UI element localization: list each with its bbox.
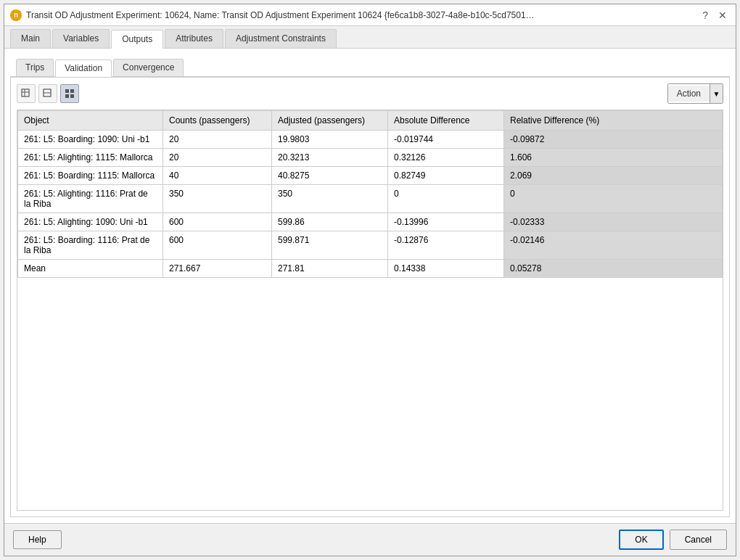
- title-buttons: ? ✕: [699, 8, 730, 22]
- window-title: Transit OD Adjustment Experiment: 10624,…: [26, 10, 695, 20]
- table-cell: 0: [504, 185, 723, 213]
- main-tabs: Main Variables Outputs Attributes Adjust…: [4, 26, 736, 49]
- view-btn[interactable]: [38, 84, 57, 103]
- tab-adjustment-constraints[interactable]: Adjustment Constraints: [225, 29, 337, 48]
- col-header-adjusted: Adjusted (passengers): [272, 111, 388, 131]
- table-row: 261: L5: Alighting: 1090: Uni -b1600599.…: [18, 213, 723, 231]
- table-cell: 20: [163, 131, 272, 149]
- table-cell: -0.09872: [504, 131, 723, 149]
- svg-rect-6: [70, 89, 74, 93]
- col-header-counts: Counts (passengers): [163, 111, 272, 131]
- table-cell: 261: L5: Boarding: 1115: Mallorca: [18, 167, 163, 185]
- svg-rect-5: [65, 89, 69, 93]
- sub-tab-trips[interactable]: Trips: [16, 59, 54, 76]
- col-header-absolute: Absolute Difference: [388, 111, 504, 131]
- table-cell: 0.82749: [388, 167, 504, 185]
- table-cell: 271.667: [163, 260, 272, 278]
- sub-tab-convergence[interactable]: Convergence: [113, 59, 184, 76]
- table-cell: 40: [163, 167, 272, 185]
- tab-variables[interactable]: Variables: [52, 29, 110, 48]
- bottom-bar: Help OK Cancel: [4, 523, 736, 556]
- table-cell: 261: L5: Alighting: 1116: Prat de la Rib…: [18, 185, 163, 213]
- action-dropdown-btn[interactable]: ▼: [710, 84, 723, 103]
- bottom-right-buttons: OK Cancel: [619, 530, 727, 550]
- svg-rect-8: [70, 94, 74, 98]
- action-button[interactable]: Action: [668, 86, 710, 102]
- content-area: Trips Validation Convergence: [4, 49, 736, 523]
- table-cell: 599.871: [272, 231, 388, 260]
- mean-row: Mean271.667271.810.143380.05278: [18, 260, 723, 278]
- toolbar: Action ▼: [17, 83, 723, 104]
- table-cell: 271.81: [272, 260, 388, 278]
- validation-table: Object Counts (passengers) Adjusted (pas…: [17, 110, 723, 278]
- table-row: 261: L5: Boarding: 1115: Mallorca4040.82…: [18, 167, 723, 185]
- table-cell: Mean: [18, 260, 163, 278]
- tab-outputs[interactable]: Outputs: [111, 30, 163, 49]
- table-cell: 0: [388, 185, 504, 213]
- col-header-relative: Relative Difference (%): [504, 111, 723, 131]
- table-cell: 19.9803: [272, 131, 388, 149]
- table-cell: 0.05278: [504, 260, 723, 278]
- table-row: 261: L5: Alighting: 1116: Prat de la Rib…: [18, 185, 723, 213]
- svg-rect-7: [65, 94, 69, 98]
- col-header-object: Object: [18, 111, 163, 131]
- toolbar-left: [17, 84, 79, 103]
- sub-tab-validation[interactable]: Validation: [55, 59, 112, 77]
- action-button-group: Action ▼: [667, 83, 723, 104]
- table-cell: 1.606: [504, 149, 723, 167]
- table-cell: 40.8275: [272, 167, 388, 185]
- table-cell: -0.12876: [388, 231, 504, 260]
- table-cell: 20.3213: [272, 149, 388, 167]
- title-bar: n Transit OD Adjustment Experiment: 1062…: [4, 4, 736, 26]
- table-cell: 600: [163, 213, 272, 231]
- help-button[interactable]: Help: [13, 530, 62, 549]
- table-cell: 261: L5: Boarding: 1090: Uni -b1: [18, 131, 163, 149]
- table-row: 261: L5: Boarding: 1116: Prat de la Riba…: [18, 231, 723, 260]
- svg-rect-0: [22, 89, 29, 96]
- table-cell: -0.13996: [388, 213, 504, 231]
- table-cell: -0.02146: [504, 231, 723, 260]
- table-cell: 350: [272, 185, 388, 213]
- table-cell: -0.019744: [388, 131, 504, 149]
- table-cell: 20: [163, 149, 272, 167]
- table-row: 261: L5: Alighting: 1115: Mallorca2020.3…: [18, 149, 723, 167]
- table-cell: -0.02333: [504, 213, 723, 231]
- table-header-row: Object Counts (passengers) Adjusted (pas…: [18, 111, 723, 131]
- table-cell: 600: [163, 231, 272, 260]
- table-cell: 599.86: [272, 213, 388, 231]
- table-cell: 350: [163, 185, 272, 213]
- app-icon: n: [10, 9, 22, 21]
- close-btn[interactable]: ✕: [715, 8, 730, 22]
- table-cell: 261: L5: Boarding: 1116: Prat de la Riba: [18, 231, 163, 260]
- tab-attributes[interactable]: Attributes: [165, 29, 223, 48]
- ok-button[interactable]: OK: [619, 530, 663, 550]
- cancel-button[interactable]: Cancel: [670, 530, 727, 550]
- sub-tabs: Trips Validation Convergence: [10, 54, 730, 77]
- table-cell: 261: L5: Alighting: 1115: Mallorca: [18, 149, 163, 167]
- edit-btn[interactable]: [17, 84, 36, 103]
- table-cell: 261: L5: Alighting: 1090: Uni -b1: [18, 213, 163, 231]
- table-row: 261: L5: Boarding: 1090: Uni -b12019.980…: [18, 131, 723, 149]
- view-icon: [43, 88, 53, 99]
- main-window: n Transit OD Adjustment Experiment: 1062…: [4, 4, 736, 556]
- table-cell: 0.14338: [388, 260, 504, 278]
- edit-icon: [21, 88, 31, 99]
- tab-main[interactable]: Main: [10, 29, 51, 48]
- help-icon-btn[interactable]: ?: [699, 8, 711, 22]
- grid-btn[interactable]: [60, 84, 79, 103]
- table-container: Object Counts (passengers) Adjusted (pas…: [17, 110, 723, 511]
- table-cell: 0.32126: [388, 149, 504, 167]
- table-cell: 2.069: [504, 167, 723, 185]
- grid-icon: [65, 88, 75, 99]
